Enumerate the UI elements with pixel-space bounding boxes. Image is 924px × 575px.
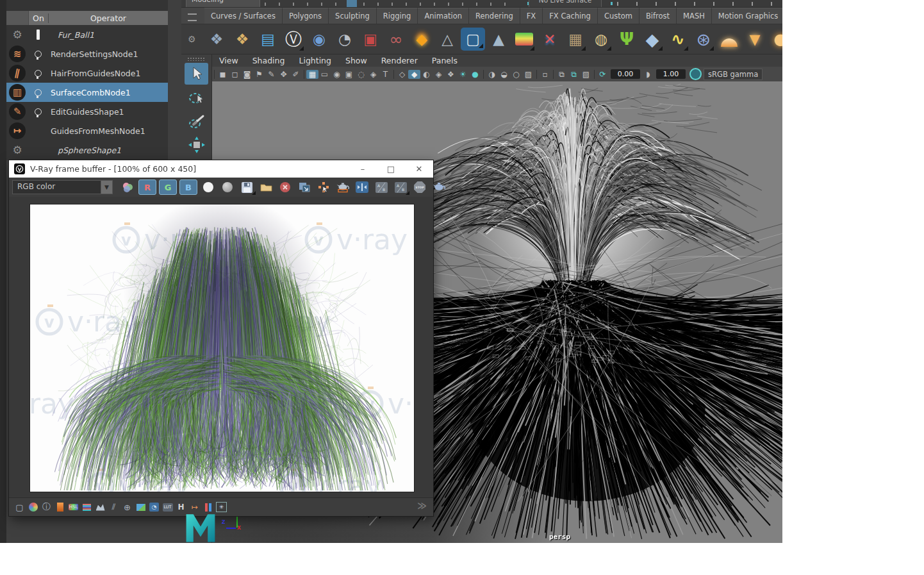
background-image-icon[interactable] [134, 501, 147, 513]
shelf-icon-cone-sphere[interactable] [486, 25, 511, 53]
operator-row-surfacecomb-selected[interactable]: ▥ SurfaceCombNode1 [6, 83, 168, 102]
shelf-tab-motion-graphics[interactable]: Motion Graphics [712, 8, 782, 24]
shelf-icon-cube-box[interactable] [461, 28, 485, 51]
shelf-icon-checklist[interactable] [256, 25, 280, 53]
operator-row-furball[interactable]: ⚙ Fur_Ball1 [6, 25, 168, 44]
shelf-icon-wire-sphere-blue[interactable] [691, 25, 716, 53]
shelf-tab-animation[interactable]: Animation [418, 8, 469, 24]
color-balance-icon[interactable] [80, 501, 94, 513]
contrast-icon[interactable]: ◗ [642, 70, 654, 79]
shelf-icon-sphere-ring[interactable] [333, 25, 357, 53]
bulb-icon[interactable] [35, 70, 42, 77]
expand-chevron-icon[interactable]: ≫ [417, 499, 427, 513]
maximize-button[interactable]: □ [377, 160, 405, 178]
exposure-cc-icon[interactable] [53, 501, 67, 513]
shelf-icon-spheres-save[interactable] [204, 25, 229, 53]
info-icon[interactable]: ⓘ [40, 501, 53, 513]
shelf-tab-fx[interactable]: FX [520, 8, 543, 24]
stereo-bars-icon[interactable] [201, 501, 215, 513]
operator-row-pspHere[interactable]: ⚙ pSphereShape1 [6, 140, 168, 160]
menu-shading[interactable]: Shading [245, 56, 292, 65]
operator-row-guidesfrommesh[interactable]: ↦ GuidesFromMeshNode1 [6, 121, 168, 140]
icc-profile-icon[interactable]: ◔ [147, 501, 161, 513]
shelf-icon-spot-light[interactable] [743, 25, 767, 53]
wireframe-icon[interactable]: ◇ [396, 70, 408, 79]
textured-icon[interactable]: ◐ [420, 70, 433, 79]
safe-action-icon[interactable]: ◈ [367, 70, 379, 79]
gamma-dropdown[interactable]: sRGB gamma [704, 69, 763, 80]
compare-horizontal-button[interactable] [352, 179, 372, 196]
region-render-button[interactable] [333, 179, 352, 196]
shelf-icon-fire[interactable] [409, 25, 434, 53]
gate-mask-icon[interactable]: ▣ [343, 70, 355, 79]
shelf-tab-rendering[interactable]: Rendering [469, 8, 520, 24]
chevron-down-icon[interactable]: ▼ [101, 180, 113, 194]
shelf-tab-curves-surfaces[interactable]: Curves / Surfaces [204, 8, 283, 24]
blue-channel-button[interactable]: B [179, 179, 197, 195]
shelf-icon-molecule[interactable] [384, 25, 408, 53]
safe-title-icon[interactable]: T [379, 70, 392, 79]
move-manip-icon[interactable]: ✥ [277, 70, 290, 79]
layers-panel-icon[interactable]: ▢ [13, 501, 26, 513]
duplicate-buffer-button[interactable] [295, 179, 314, 196]
bulb-icon[interactable] [35, 89, 42, 96]
grid-toggle-icon[interactable]: ▦ [306, 70, 318, 79]
alpha-channel-button[interactable] [199, 179, 218, 196]
close-button[interactable]: ✕ [405, 160, 433, 178]
shelf-tab-fx-caching[interactable]: FX Caching [543, 8, 598, 24]
operator-row-rendersettings[interactable]: ≋ RenderSettingsNode1 [6, 44, 168, 63]
shelf-icon-rock[interactable] [640, 25, 664, 53]
select-tool-button[interactable] [185, 63, 208, 85]
move-tool-button[interactable] [185, 134, 208, 156]
shelf-icon-camera[interactable] [358, 25, 383, 53]
resolution-gate-icon[interactable]: ◉ [331, 70, 343, 79]
lasso-select-tool-button[interactable] [185, 87, 208, 109]
curves-icon[interactable]: ⫽ [107, 501, 120, 513]
shelf-menu-icon[interactable] [188, 13, 197, 21]
isolate-select-icon[interactable]: ▫ [539, 70, 551, 79]
shelf-tab-custom[interactable]: Custom [598, 8, 639, 24]
menu-show[interactable]: Show [338, 56, 374, 65]
white-balance-icon[interactable]: ⊕ [120, 501, 134, 513]
bulb-icon[interactable] [35, 51, 42, 58]
shaded-icon[interactable]: ◆ [408, 70, 420, 79]
bulb-icon[interactable] [35, 108, 42, 115]
field-chart-icon[interactable]: ◌ [355, 70, 367, 79]
on-toggle-icon[interactable] [37, 29, 40, 40]
operator-row-editguides[interactable]: ✎ EditGuidesShape1 [6, 102, 168, 121]
selection-mode-active-icon[interactable] [347, 0, 357, 7]
grease-pencil-icon[interactable]: ✎ [265, 70, 277, 79]
shelf-icon-fabric-grid[interactable] [563, 25, 588, 53]
shadows-icon[interactable]: ● [469, 70, 481, 79]
shelf-tab-sculpting[interactable]: Sculpting [329, 8, 377, 24]
load-image-button[interactable] [256, 179, 276, 196]
camera-attrs-icon[interactable]: ◙ [241, 70, 253, 79]
compare-ab-button[interactable]: AB [372, 179, 391, 196]
shelf-icon-lattice[interactable] [435, 25, 459, 53]
contrast-field[interactable]: 1.00 [656, 69, 686, 79]
shelf-icon-wire-sphere-tan[interactable] [589, 25, 613, 53]
shelf-gear-icon[interactable]: ⚙ [188, 34, 196, 44]
histogram-icon[interactable]: H [174, 501, 188, 513]
shelf-icon-vray-clear[interactable] [538, 25, 562, 53]
stop-render-button[interactable]: STOP [410, 179, 429, 196]
shelf-icon-vray-node[interactable] [307, 25, 331, 53]
film-gate-icon[interactable]: ▭ [318, 70, 331, 79]
image-plane-icon[interactable]: ⧉ [556, 70, 568, 79]
menu-lighting[interactable]: Lighting [292, 56, 338, 65]
track-mouse-button[interactable] [314, 179, 333, 196]
green-channel-button[interactable]: G [159, 179, 177, 195]
minimize-button[interactable]: – [349, 160, 377, 178]
operator-row-hairfromguides[interactable]: ∥ HairFromGuidesNode1 [6, 63, 168, 83]
hsl-icon[interactable]: HSL [67, 501, 80, 513]
live-surface-field[interactable]: No Live Surface [529, 0, 602, 7]
pencil-icon[interactable]: ✐ [290, 70, 302, 79]
shelf-icon-sphere-light[interactable] [768, 25, 782, 53]
bookmark-icon[interactable]: ⚑ [253, 70, 265, 79]
vfb-title-bar[interactable]: V-Ray frame buffer - [100% of 600 x 450]… [9, 160, 433, 178]
shelf-tab-mash[interactable]: MASH [677, 8, 712, 24]
snapshot-icon[interactable]: ⧉ [568, 70, 580, 79]
color-corrections-icon[interactable] [26, 501, 40, 513]
capture-icon[interactable]: ▧ [580, 70, 592, 79]
menu-view[interactable]: View [212, 56, 245, 65]
